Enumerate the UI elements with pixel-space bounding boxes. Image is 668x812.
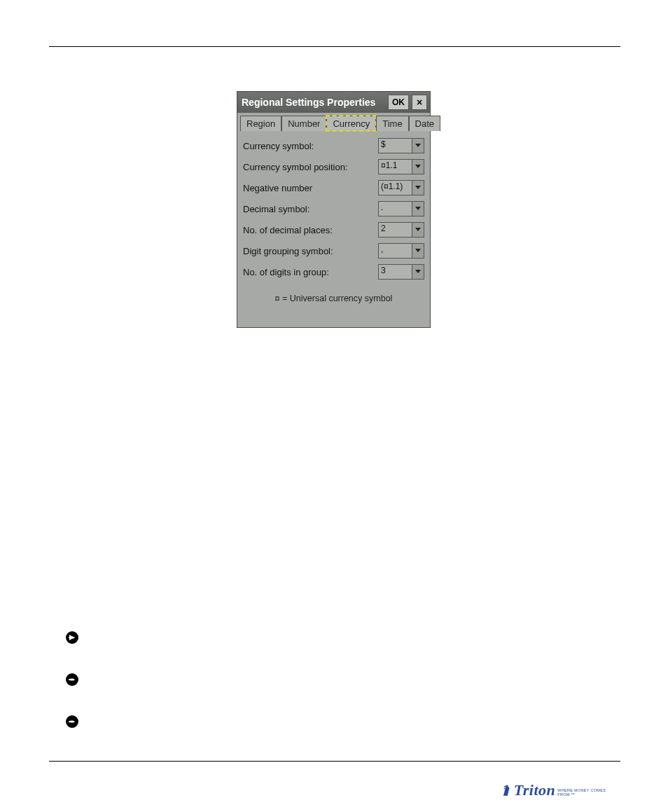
dialog-title: Regional Settings Properties xyxy=(242,97,388,108)
label-digit-grouping: Digit grouping symbol: xyxy=(243,246,378,256)
tab-date[interactable]: Date xyxy=(409,116,440,131)
label-digits-in-group: No. of digits in group: xyxy=(243,267,378,277)
dialog-body: Currency symbol: $ Currency symbol posit… xyxy=(237,131,430,303)
tab-time[interactable]: Time xyxy=(376,116,408,131)
logo-text: Triton xyxy=(514,781,556,799)
combo-digits-in-group[interactable]: 3 xyxy=(378,264,424,280)
chevron-down-icon[interactable] xyxy=(412,244,424,258)
dialog-titlebar: Regional Settings Properties OK × xyxy=(237,92,430,113)
tab-currency[interactable]: Currency xyxy=(326,116,376,131)
label-currency-symbol: Currency symbol: xyxy=(243,141,378,151)
rule-bottom xyxy=(49,761,620,762)
label-negative-number: Negative number xyxy=(243,183,378,193)
combo-negative-number[interactable]: (¤1.1) xyxy=(378,180,424,195)
row-digit-grouping: Digit grouping symbol: , xyxy=(243,243,424,259)
bullet-arrow-icon xyxy=(65,673,79,687)
chevron-down-icon[interactable] xyxy=(412,181,424,195)
chevron-down-icon[interactable] xyxy=(412,139,424,153)
combo-value: (¤1.1) xyxy=(379,181,412,195)
row-symbol-position: Currency symbol position: ¤1.1 xyxy=(243,159,424,174)
logo-tagline: WHERE MONEY COMES FROM.™ xyxy=(557,788,615,797)
row-digits-in-group: No. of digits in group: 3 xyxy=(243,264,424,280)
row-decimal-symbol: Decimal symbol: . xyxy=(243,201,424,216)
chevron-down-icon[interactable] xyxy=(412,265,424,279)
combo-value: . xyxy=(379,202,412,216)
combo-value: 2 xyxy=(379,223,412,237)
triton-logo: Triton WHERE MONEY COMES FROM.™ xyxy=(503,776,615,804)
rule-top xyxy=(49,46,620,47)
chevron-down-icon[interactable] xyxy=(412,223,424,237)
combo-value: $ xyxy=(379,139,412,153)
logo-mark-icon xyxy=(503,783,513,798)
row-negative-number: Negative number (¤1.1) xyxy=(243,180,424,195)
combo-decimal-symbol[interactable]: . xyxy=(378,201,424,216)
bullet-arrow-icon xyxy=(65,715,79,729)
combo-decimal-places[interactable]: 2 xyxy=(378,222,424,238)
chevron-down-icon[interactable] xyxy=(412,160,424,174)
tab-region[interactable]: Region xyxy=(240,116,281,131)
label-decimal-symbol: Decimal symbol: xyxy=(243,204,378,214)
row-currency-symbol: Currency symbol: $ xyxy=(243,138,424,153)
universal-currency-note: ¤ = Universal currency symbol xyxy=(243,294,424,303)
tab-number[interactable]: Number xyxy=(281,116,326,131)
chevron-down-icon[interactable] xyxy=(412,202,424,216)
combo-value: ¤1.1 xyxy=(379,160,412,174)
row-decimal-places: No. of decimal places: 2 xyxy=(243,222,424,238)
bullet-arrow-icon xyxy=(65,631,79,645)
combo-symbol-position[interactable]: ¤1.1 xyxy=(378,159,424,174)
combo-value: 3 xyxy=(379,265,412,279)
label-symbol-position: Currency symbol position: xyxy=(243,162,378,172)
combo-value: , xyxy=(379,244,412,258)
regional-settings-dialog: Regional Settings Properties OK × Region… xyxy=(237,91,431,328)
tab-strip: Region Number Currency Time Date xyxy=(237,113,430,131)
combo-digit-grouping[interactable]: , xyxy=(378,243,424,259)
combo-currency-symbol[interactable]: $ xyxy=(378,138,424,153)
label-decimal-places: No. of decimal places: xyxy=(243,225,378,235)
ok-button[interactable]: OK xyxy=(388,95,409,110)
close-button[interactable]: × xyxy=(412,95,427,110)
